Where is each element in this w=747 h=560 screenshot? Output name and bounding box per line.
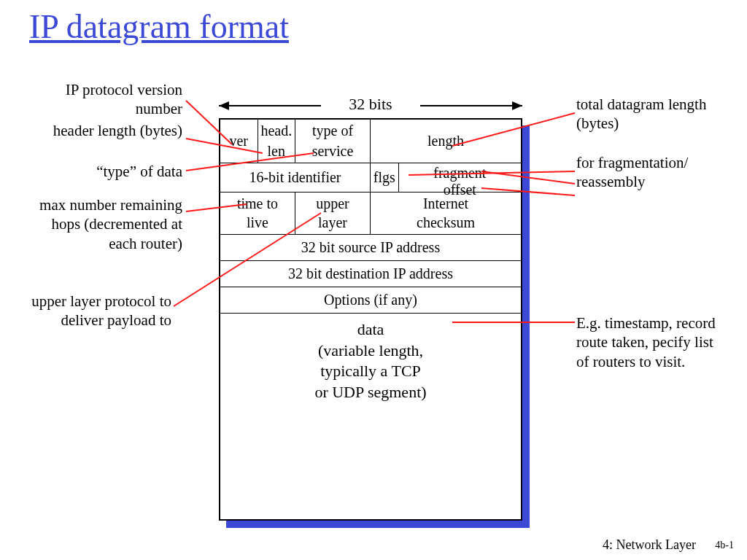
ip-datagram: ver head. len type of service length 16-… [219, 118, 522, 521]
field-upper-layer: upper layer [295, 192, 371, 234]
field-length: length [371, 120, 521, 163]
field-src-ip: 32 bit source IP address [220, 235, 521, 260]
field-header-length: head. len [258, 120, 296, 163]
field-fragment-offset: fragment offset [399, 163, 521, 192]
slide-title: IP datagram format [29, 7, 289, 46]
field-dst-ip: 32 bit destination IP address [220, 261, 521, 287]
annot-header-length: header length (bytes) [22, 121, 182, 140]
annot-fragmentation: for fragmentation/ reassembly [576, 153, 729, 192]
annot-tos: “type” of data [22, 162, 182, 181]
footer-section: 4: Network Layer [603, 537, 696, 553]
annot-length: total datagram length (bytes) [576, 95, 722, 133]
field-version: ver [220, 120, 258, 163]
field-data: data (variable length, typically a TCP o… [220, 314, 521, 402]
footer-page: 4b-1 [715, 540, 734, 551]
bit-width-ruler: 32 bits [219, 95, 522, 117]
ruler-label: 32 bits [219, 95, 522, 114]
field-tos: type of service [295, 120, 371, 163]
field-ttl: time to live [220, 192, 295, 234]
field-identifier: 16-bit identifier [220, 163, 371, 192]
annot-options: E.g. timestamp, record route taken, peci… [576, 314, 729, 371]
annot-version: IP protocol version number [22, 80, 182, 119]
field-checksum: Internet checksum [371, 192, 521, 234]
field-options: Options (if any) [220, 287, 521, 313]
field-flags: flgs [371, 163, 399, 192]
annot-ttl: max number remaining hops (decremented a… [22, 195, 182, 253]
annot-upper-layer: upper layer protocol to deliver payload … [7, 292, 171, 330]
